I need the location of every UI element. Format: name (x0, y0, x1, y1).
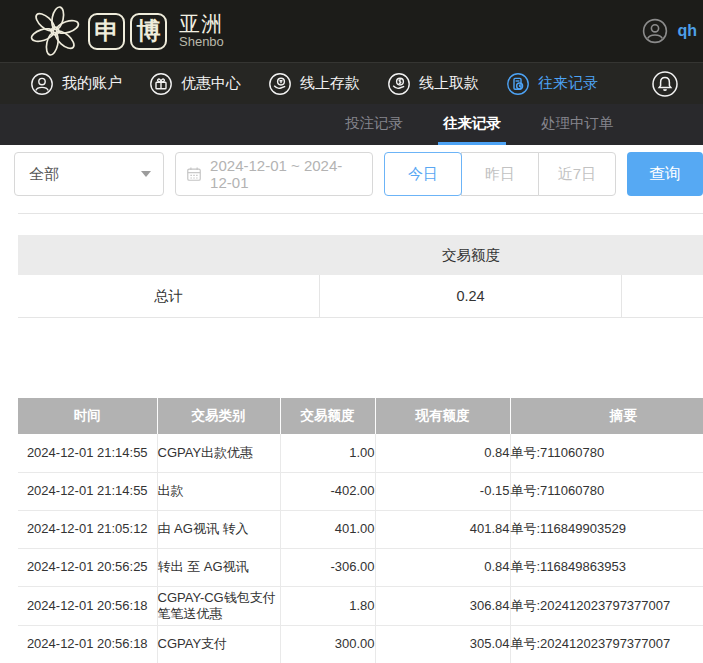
column-header-summary: 摘要 (510, 398, 703, 434)
brand-char-box: 申 (88, 13, 125, 50)
table-cell: 出款 (157, 472, 280, 510)
records-icon (506, 72, 530, 96)
table-cell: 由 AG视讯 转入 (157, 510, 280, 548)
top-header: 申 博 亚洲 Shenbo qh (0, 0, 703, 62)
table-row: 2024-12-01 21:05:12由 AG视讯 转入401.00401.84… (18, 510, 703, 548)
table-cell: 2024-12-01 21:05:12 (18, 510, 157, 548)
sub-nav: 投注记录 往来记录 处理中订单 (0, 104, 703, 145)
nav-item-label: 往来记录 (538, 74, 598, 93)
table-cell: 306.84 (375, 586, 510, 625)
tab-processing-orders[interactable]: 处理中订单 (536, 104, 619, 145)
brand-flower-icon (28, 4, 82, 58)
column-header-amount: 交易额度 (280, 398, 375, 434)
nav-item-online-withdraw[interactable]: 线上取款 (387, 72, 479, 96)
table-row: 2024-12-01 21:14:55CGPAY出款优惠1.000.84单号:7… (18, 434, 703, 472)
nav-item-promo-center[interactable]: 优惠中心 (149, 72, 241, 96)
username-label[interactable]: qh (677, 22, 697, 40)
date-range-value: 2024-12-01 ~ 2024-12-01 (210, 157, 362, 191)
brand-logo[interactable]: 申 博 亚洲 Shenbo (88, 13, 224, 50)
brand-region: 亚洲 (179, 13, 224, 35)
summary-header-row: 交易额度 (18, 235, 703, 275)
summary-total-row: 总计 0.24 (18, 275, 703, 318)
table-row: 2024-12-01 20:56:18CGPAY支付300.00305.04单号… (18, 625, 703, 663)
summary-total-value: 0.24 (320, 275, 622, 317)
tab-transaction-records[interactable]: 往来记录 (438, 104, 506, 145)
nav-item-label: 我的账户 (62, 74, 122, 93)
calendar-icon (186, 165, 202, 183)
nav-item-label: 优惠中心 (181, 74, 241, 93)
table-cell: 2024-12-01 20:56:25 (18, 548, 157, 586)
table-cell: 2024-12-01 20:56:18 (18, 586, 157, 625)
table-cell: -0.15 (375, 472, 510, 510)
transactions-table: 时间 交易类别 交易额度 现有额度 摘要 2024-12-01 21:14:55… (18, 398, 703, 663)
nav-item-label: 线上存款 (300, 74, 360, 93)
table-cell: -306.00 (280, 548, 375, 586)
table-header-row: 时间 交易类别 交易额度 现有额度 摘要 (18, 398, 703, 434)
table-cell: 单号:202412023797377007 (510, 625, 703, 663)
today-button[interactable]: 今日 (384, 152, 462, 196)
table-cell: 401.84 (375, 510, 510, 548)
brand-char-box: 博 (130, 13, 167, 50)
table-cell: CGPAY支付 (157, 625, 280, 663)
last7days-button[interactable]: 近7日 (538, 152, 616, 196)
table-cell: CGPAY-CG钱包支付笔笔送优惠 (157, 586, 280, 625)
summary-table: 交易额度 总计 0.24 (18, 235, 703, 318)
table-cell: 300.00 (280, 625, 375, 663)
tab-betting-records[interactable]: 投注记录 (340, 104, 408, 145)
table-row: 2024-12-01 20:56:25转出 至 AG视讯-306.000.84单… (18, 548, 703, 586)
section-divider (18, 213, 703, 214)
table-cell: 单号:711060780 (510, 472, 703, 510)
nav-notifications[interactable] (651, 70, 679, 98)
table-cell: 转出 至 AG视讯 (157, 548, 280, 586)
table-row: 2024-12-01 21:14:55出款-402.00-0.15单号:7110… (18, 472, 703, 510)
table-cell: 2024-12-01 21:14:55 (18, 434, 157, 472)
main-nav: 我的账户 优惠中心 线上存款 (0, 62, 703, 104)
yesterday-button[interactable]: 昨日 (461, 152, 539, 196)
gift-icon (149, 72, 173, 96)
table-cell: 2024-12-01 21:14:55 (18, 472, 157, 510)
transactions-tbody: 2024-12-01 21:14:55CGPAY出款优惠1.000.84单号:7… (18, 434, 703, 663)
filter-row: 全部 2024-12-01 ~ 2024-12-01 今日 昨日 近7日 查询 (14, 152, 703, 196)
table-cell: -402.00 (280, 472, 375, 510)
brand-subtitle: Shenbo (179, 35, 224, 49)
column-header-balance: 现有额度 (375, 398, 510, 434)
bell-icon (651, 70, 679, 98)
table-cell: 单号:116849863953 (510, 548, 703, 586)
table-cell: 2024-12-01 20:56:18 (18, 625, 157, 663)
table-cell: 305.04 (375, 625, 510, 663)
user-icon (30, 72, 54, 96)
summary-total-label: 总计 (18, 275, 320, 317)
table-cell: 401.00 (280, 510, 375, 548)
nav-item-my-account[interactable]: 我的账户 (30, 72, 122, 96)
quick-range-group: 今日 昨日 近7日 (384, 152, 616, 196)
table-cell: CGPAY出款优惠 (157, 434, 280, 472)
chevron-down-icon (141, 171, 151, 177)
column-header-type: 交易类别 (157, 398, 280, 434)
avatar-icon[interactable] (642, 18, 668, 44)
summary-header-label: 交易额度 (320, 246, 622, 265)
nav-item-online-deposit[interactable]: 线上存款 (268, 72, 360, 96)
deposit-icon (268, 72, 292, 96)
table-cell: 单号:202412023797377007 (510, 586, 703, 625)
date-range-input[interactable]: 2024-12-01 ~ 2024-12-01 (175, 152, 373, 196)
nav-item-transaction-records[interactable]: 往来记录 (506, 72, 598, 96)
table-cell: 单号:116849903529 (510, 510, 703, 548)
type-select[interactable]: 全部 (14, 152, 164, 196)
type-select-value: 全部 (29, 165, 59, 184)
table-cell: 0.84 (375, 548, 510, 586)
withdraw-icon (387, 72, 411, 96)
summary-empty-cell (622, 275, 703, 317)
table-row: 2024-12-01 20:56:18CGPAY-CG钱包支付笔笔送优惠1.80… (18, 586, 703, 625)
column-header-time: 时间 (18, 398, 157, 434)
nav-item-label: 线上取款 (419, 74, 479, 93)
transactions-section: 时间 交易类别 交易额度 现有额度 摘要 2024-12-01 21:14:55… (18, 398, 703, 663)
table-cell: 0.84 (375, 434, 510, 472)
table-cell: 1.80 (280, 586, 375, 625)
table-cell: 1.00 (280, 434, 375, 472)
search-button[interactable]: 查询 (627, 152, 703, 196)
table-cell: 单号:711060780 (510, 434, 703, 472)
